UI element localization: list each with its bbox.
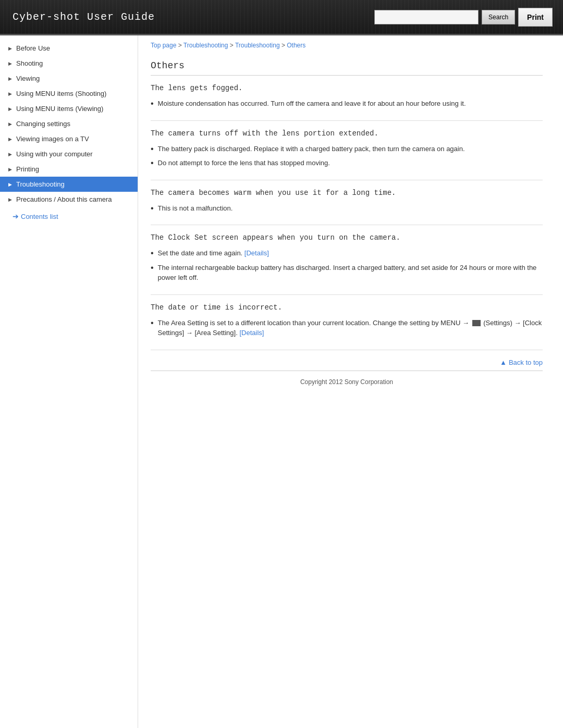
section-1: The camera turns off with the lens porti… (151, 121, 543, 180)
bullet-text-1-1: Do not attempt to force the lens that ha… (158, 158, 543, 168)
sidebar-item-8[interactable]: ▶Printing (0, 162, 138, 177)
bullet-dot-4-0: • (151, 319, 154, 327)
sidebar-label-0: Before Use (16, 44, 50, 52)
search-button[interactable]: Search (482, 10, 515, 24)
section-title-2: The camera becomes warm when you use it … (151, 189, 543, 197)
breadcrumb-sep3: > (282, 42, 287, 49)
breadcrumb: Top page > Troubleshooting > Troubleshoo… (151, 35, 543, 54)
section-title-1: The camera turns off with the lens porti… (151, 129, 543, 138)
bullet-item-1-0: •The battery pack is discharged. Replace… (151, 144, 543, 154)
section-3: The Clock Set screen appears when you tu… (151, 225, 543, 295)
breadcrumb-sep1: > (178, 42, 183, 49)
main-content: Top page > Troubleshooting > Troubleshoo… (138, 35, 555, 728)
section-title-0: The lens gets fogged. (151, 84, 543, 92)
sidebar-item-1[interactable]: ▶Shooting (0, 56, 138, 71)
contents-list-link[interactable]: ➔ Contents list (0, 207, 138, 226)
breadcrumb-top[interactable]: Top page (151, 42, 176, 49)
sidebar-label-9: Troubleshooting (16, 180, 65, 188)
sidebar-item-6[interactable]: ▶Viewing images on a TV (0, 131, 138, 146)
search-input[interactable] (374, 10, 479, 24)
section-4: The date or time is incorrect.•The Area … (151, 295, 543, 350)
app-title: Cyber-shot User Guide (0, 11, 155, 23)
bullet-dot-3-0: • (151, 249, 154, 257)
settings-icon (472, 320, 481, 326)
bullet-dot-1-1: • (151, 159, 154, 167)
bullet-item-0-0: •Moisture condensation has occurred. Tur… (151, 98, 543, 109)
sidebar-item-7[interactable]: ▶Using with your computer (0, 146, 138, 162)
header: Cyber-shot User Guide Search Print (0, 0, 563, 35)
back-to-top-link[interactable]: ▲ Back to top (500, 359, 543, 366)
bullet-item-3-0: •Set the date and time again. [Details] (151, 248, 543, 258)
bullet-text-2-0: This is not a malfunction. (158, 203, 543, 214)
sidebar-label-6: Viewing images on a TV (16, 135, 89, 143)
section-title-3: The Clock Set screen appears when you tu… (151, 233, 543, 242)
sidebar-arrow-icon-4: ▶ (8, 106, 12, 112)
contents-list-arrow-icon: ➔ (13, 212, 19, 220)
bullet-item-2-0: •This is not a malfunction. (151, 203, 543, 214)
sidebar-label-3: Using MENU items (Shooting) (16, 90, 106, 97)
sidebar-label-4: Using MENU items (Viewing) (16, 105, 103, 113)
contents-list-label: Contents list (21, 213, 58, 220)
sidebar-arrow-icon-10: ▶ (8, 197, 12, 202)
details-link-4-0[interactable]: [Details] (239, 329, 264, 337)
back-to-top-row: ▲ Back to top (151, 350, 543, 371)
sidebar-label-2: Viewing (16, 75, 40, 82)
sidebar-arrow-icon-1: ▶ (8, 61, 12, 66)
bullet-item-3-1: •The internal rechargeable backup batter… (151, 263, 543, 283)
section-title-4: The date or time is incorrect. (151, 303, 543, 312)
footer: Copyright 2012 Sony Corporation (151, 371, 543, 393)
bullet-text-3-1: The internal rechargeable backup battery… (158, 263, 543, 283)
page-title: Others (151, 54, 543, 76)
sidebar-item-0[interactable]: ▶Before Use (0, 41, 138, 56)
print-button[interactable]: Print (518, 8, 553, 27)
back-to-top-arrow-icon: ▲ (500, 359, 507, 366)
sidebar-item-4[interactable]: ▶Using MENU items (Viewing) (0, 101, 138, 116)
section-2: The camera becomes warm when you use it … (151, 180, 543, 226)
sidebar-item-10[interactable]: ▶Precautions / About this camera (0, 192, 138, 207)
bullet-dot-3-1: • (151, 264, 154, 272)
sidebar-arrow-icon-8: ▶ (8, 167, 12, 172)
sidebar-item-9[interactable]: ▶Troubleshooting (0, 177, 138, 192)
bullet-dot-1-0: • (151, 145, 154, 153)
bullet-text-4-0: The Area Setting is set to a different l… (158, 318, 543, 338)
sidebar-arrow-icon-7: ▶ (8, 152, 12, 157)
breadcrumb-troubleshooting2[interactable]: Troubleshooting (235, 42, 280, 49)
sidebar-label-8: Printing (16, 165, 39, 173)
sidebar-item-2[interactable]: ▶Viewing (0, 71, 138, 86)
sidebar-arrow-icon-3: ▶ (8, 91, 12, 96)
bullet-item-4-0: •The Area Setting is set to a different … (151, 318, 543, 338)
breadcrumb-sep2: > (230, 42, 235, 49)
bullet-dot-0-0: • (151, 100, 154, 108)
bullet-text-0-0: Moisture condensation has occurred. Turn… (158, 98, 543, 109)
bullet-item-1-1: •Do not attempt to force the lens that h… (151, 158, 543, 168)
sidebar-label-1: Shooting (16, 59, 43, 67)
sidebar-arrow-icon-2: ▶ (8, 76, 12, 81)
sidebar-arrow-icon-0: ▶ (8, 46, 12, 51)
sidebar: ▶Before Use▶Shooting▶Viewing▶Using MENU … (0, 35, 138, 728)
sidebar-item-3[interactable]: ▶Using MENU items (Shooting) (0, 86, 138, 101)
bullet-dot-2-0: • (151, 204, 154, 213)
breadcrumb-others[interactable]: Others (287, 42, 305, 49)
search-area: Search Print (374, 8, 563, 27)
details-link-3-0[interactable]: [Details] (244, 249, 269, 257)
sidebar-label-5: Changing settings (16, 120, 70, 128)
back-to-top-label: Back to top (509, 359, 543, 366)
bullet-text-1-0: The battery pack is discharged. Replace … (158, 144, 543, 154)
sidebar-arrow-icon-6: ▶ (8, 137, 12, 142)
bullet-text-3-0: Set the date and time again. [Details] (158, 248, 543, 258)
main-layout: ▶Before Use▶Shooting▶Viewing▶Using MENU … (0, 35, 563, 728)
sidebar-item-5[interactable]: ▶Changing settings (0, 116, 138, 131)
sidebar-label-7: Using with your computer (16, 150, 93, 158)
breadcrumb-troubleshooting1[interactable]: Troubleshooting (183, 42, 228, 49)
sidebar-arrow-icon-5: ▶ (8, 121, 12, 127)
section-0: The lens gets fogged.•Moisture condensat… (151, 76, 543, 121)
sidebar-label-10: Precautions / About this camera (16, 195, 112, 203)
copyright-text: Copyright 2012 Sony Corporation (300, 378, 393, 386)
sidebar-arrow-icon-9: ▶ (8, 182, 12, 187)
